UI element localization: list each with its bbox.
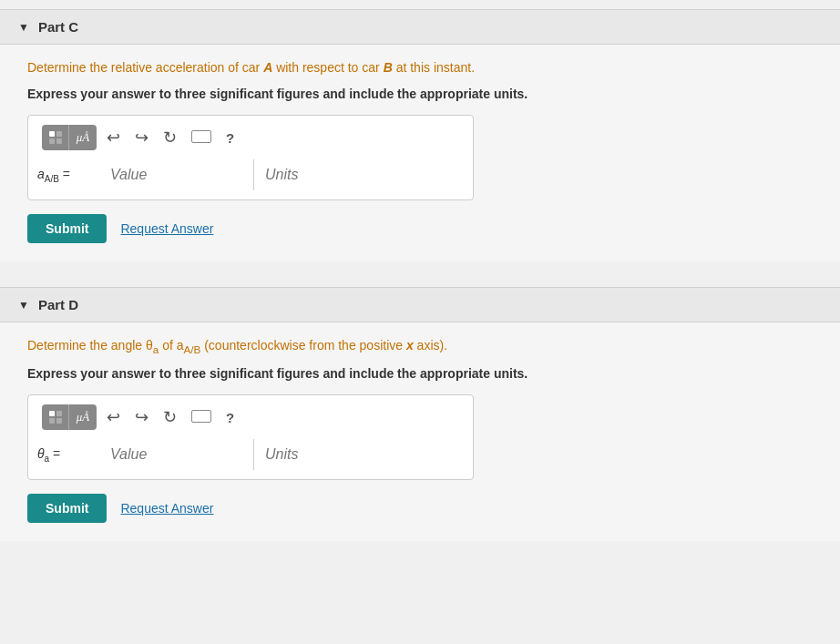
part-d-collapse-arrow[interactable]: ▼ <box>18 299 29 312</box>
grid-template-icon[interactable]: μÅ <box>42 125 97 150</box>
part-c-submit-button[interactable]: Submit <box>27 214 107 243</box>
keyboard-icon <box>191 130 211 143</box>
grid-template-icon-d[interactable]: μÅ <box>42 404 97 430</box>
redo-button[interactable]: ↪ <box>130 126 153 149</box>
part-c-answer-row: aA/B = <box>37 159 464 190</box>
part-c-description: Determine the relative acceleration of c… <box>27 58 813 77</box>
undo-button[interactable]: ↩ <box>102 126 125 149</box>
part-d-input-box: μÅ ↩ ↪ ↻ ? θa = <box>27 394 474 480</box>
page-container: ▼ Part C Determine the relative accelera… <box>0 0 840 557</box>
undo-button-d[interactable]: ↩ <box>102 405 125 429</box>
part-c-value-input[interactable] <box>99 159 254 190</box>
redo-button-d[interactable]: ↪ <box>130 405 153 429</box>
part-d-title: Part D <box>38 297 78 312</box>
part-d-content: Determine the angle θa of aA/B (counterc… <box>0 322 840 541</box>
refresh-button-d[interactable]: ↻ <box>159 405 181 429</box>
part-c-section: ▼ Part C Determine the relative accelera… <box>0 9 840 261</box>
part-c-actions: Submit Request Answer <box>27 214 813 243</box>
help-button[interactable]: ? <box>221 128 239 148</box>
part-d-answer-row: θa = <box>37 439 464 470</box>
part-d-value-input[interactable] <box>99 439 254 470</box>
part-c-title: Part C <box>38 19 78 35</box>
part-d-toolbar: μÅ ↩ ↪ ↻ ? <box>37 404 464 430</box>
part-d-units-input[interactable] <box>254 439 400 470</box>
part-c-input-box: μÅ ↩ ↪ ↻ ? aA/B = <box>27 115 474 200</box>
part-c-collapse-arrow[interactable]: ▼ <box>18 21 29 34</box>
spacer <box>0 269 840 287</box>
help-button-d[interactable]: ? <box>221 408 239 427</box>
part-c-units-input[interactable] <box>254 159 400 190</box>
part-c-variable-label: aA/B = <box>37 167 92 184</box>
keyboard-button[interactable] <box>187 128 216 148</box>
grid-2x2-icon-d <box>49 411 62 424</box>
mu-a-icon-d: μÅ <box>69 404 97 430</box>
part-d-section: ▼ Part D Determine the angle θa of aA/B … <box>0 287 840 541</box>
part-d-variable-label: θa = <box>37 446 92 464</box>
grid-2x2-icon <box>49 131 62 144</box>
part-d-actions: Submit Request Answer <box>27 494 813 523</box>
refresh-button[interactable]: ↻ <box>159 126 181 149</box>
part-d-submit-button[interactable]: Submit <box>27 494 107 523</box>
part-c-request-answer-button[interactable]: Request Answer <box>120 221 213 236</box>
part-c-instruction: Express your answer to three significant… <box>27 87 813 101</box>
part-d-instruction: Express your answer to three significant… <box>27 366 813 381</box>
part-d-header: ▼ Part D <box>0 287 840 322</box>
mu-a-icon: μÅ <box>69 125 97 150</box>
part-c-header: ▼ Part C <box>0 9 840 45</box>
part-c-content: Determine the relative acceleration of c… <box>0 45 840 261</box>
part-d-request-answer-button[interactable]: Request Answer <box>120 501 213 516</box>
keyboard-button-d[interactable] <box>187 408 216 427</box>
part-c-toolbar: μÅ ↩ ↪ ↻ ? <box>37 125 464 150</box>
part-d-description: Determine the angle θa of aA/B (counterc… <box>27 336 813 357</box>
keyboard-icon-d <box>191 410 211 423</box>
